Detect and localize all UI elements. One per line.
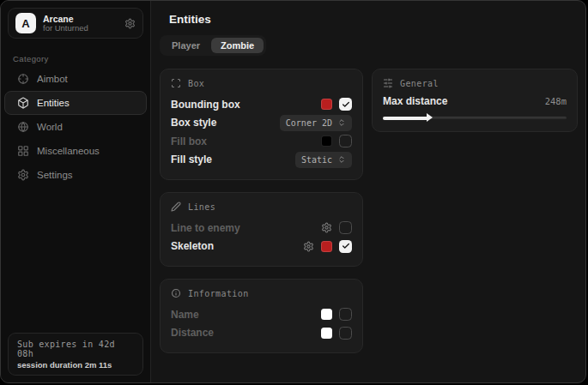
color-swatch[interactable] <box>321 99 332 110</box>
setting-label: Fill box <box>171 135 207 147</box>
setting-label: Name <box>171 309 199 321</box>
setting-row-line-to-enemy: Line to enemy <box>171 219 352 238</box>
app-logo: A <box>15 13 36 33</box>
app-window: A Arcane for Unturned Category Aimbot <box>0 0 586 383</box>
setting-label: Max distance <box>383 95 447 107</box>
lines-card-header: Lines <box>171 202 352 212</box>
gear-icon[interactable] <box>303 241 314 252</box>
setting-label: Box style <box>171 117 216 129</box>
sub-expires-text: Sub expires in 42d 08h <box>17 340 134 358</box>
color-swatch[interactable] <box>321 241 332 252</box>
checkbox-checked[interactable] <box>339 240 352 253</box>
tab-player[interactable]: Player <box>162 38 209 53</box>
sidebar-item-label: Miscellaneous <box>37 146 100 156</box>
sidebar: A Arcane for Unturned Category Aimbot <box>1 1 151 382</box>
general-card-title: General <box>400 79 439 88</box>
row-controls <box>321 98 352 111</box>
information-card: Information Name Distance <box>160 279 363 353</box>
setting-row-name: Name <box>171 305 352 324</box>
chevrons-up-down-icon <box>337 155 346 164</box>
row-controls <box>303 240 352 253</box>
color-swatch[interactable] <box>321 309 332 320</box>
brand-card: A Arcane for Unturned <box>8 8 143 39</box>
tab-zombie[interactable]: Zombie <box>211 38 264 53</box>
setting-row-distance: Distance <box>171 324 352 343</box>
max-distance-value: 248m <box>545 96 567 106</box>
row-controls: Corner 2D <box>280 115 352 131</box>
color-swatch[interactable] <box>321 135 332 147</box>
setting-row-fill-style: Fill style Static <box>171 151 352 170</box>
sidebar-item-label: World <box>37 122 63 132</box>
box-card-title: Box <box>188 79 204 88</box>
sidebar-nav: Aimbot Entities World Miscellaneous <box>1 67 150 187</box>
settings-columns: Box Bounding box Box style <box>160 69 578 353</box>
sidebar-item-entities[interactable]: Entities <box>4 91 147 115</box>
left-column: Box Bounding box Box style <box>160 69 363 353</box>
setting-label: Line to enemy <box>171 222 240 234</box>
checkbox-checked[interactable] <box>339 98 352 111</box>
app-logo-letter: A <box>21 17 29 30</box>
lines-card-title: Lines <box>188 202 215 212</box>
gear-icon <box>17 169 29 181</box>
gear-icon[interactable] <box>321 222 332 233</box>
sidebar-item-miscellaneous[interactable]: Miscellaneous <box>4 139 147 163</box>
pencil-icon <box>171 202 181 212</box>
information-card-header: Information <box>171 288 352 298</box>
checkbox-unchecked[interactable] <box>339 135 352 147</box>
checkbox-unchecked[interactable] <box>339 308 352 321</box>
setting-row-fill-box: Fill box <box>171 132 352 151</box>
brand-text: Arcane for Unturned <box>43 14 118 33</box>
checkbox-unchecked[interactable] <box>339 221 352 234</box>
checkbox-unchecked[interactable] <box>339 327 352 340</box>
general-card-header: General <box>383 78 567 88</box>
check-icon <box>342 100 350 109</box>
setting-label: Fill style <box>171 153 212 165</box>
subscription-card: Sub expires in 42d 08h session duration … <box>8 333 143 376</box>
slider-thumb[interactable] <box>427 113 433 122</box>
globe-icon <box>17 121 29 133</box>
category-label: Category <box>13 54 150 63</box>
setting-row-skeleton: Skeleton <box>171 238 352 256</box>
sidebar-item-aimbot[interactable]: Aimbot <box>4 67 147 91</box>
scan-brackets-icon <box>171 78 181 88</box>
slider-fill <box>383 117 428 120</box>
crosshair-icon <box>17 73 29 85</box>
setting-row-box-style: Box style Corner 2D <box>171 114 352 133</box>
max-distance-slider[interactable] <box>383 114 567 121</box>
cube-icon <box>17 97 29 109</box>
check-icon <box>342 242 350 250</box>
row-controls <box>321 327 352 340</box>
row-controls <box>321 308 352 321</box>
sidebar-item-label: Aimbot <box>37 74 68 84</box>
page-title: Entities <box>169 13 578 26</box>
sidebar-item-world[interactable]: World <box>4 115 147 139</box>
information-card-title: Information <box>188 289 249 298</box>
chevrons-up-down-icon <box>337 118 346 127</box>
sliders-icon <box>383 78 393 88</box>
general-card: General Max distance 248m <box>372 69 578 132</box>
color-swatch[interactable] <box>321 328 332 339</box>
entity-tabs: Player Zombie <box>160 35 266 56</box>
right-column: General Max distance 248m <box>372 69 578 132</box>
box-card: Box Bounding box Box style <box>160 69 363 180</box>
sidebar-item-settings[interactable]: Settings <box>4 163 147 187</box>
row-controls: Static <box>295 152 352 168</box>
row-controls <box>321 135 352 147</box>
setting-label: Bounding box <box>171 99 240 111</box>
fill-style-dropdown[interactable]: Static <box>295 152 352 168</box>
sidebar-item-label: Settings <box>37 170 73 180</box>
brand-name: Arcane <box>43 14 118 24</box>
grid-icon <box>17 145 29 157</box>
setting-row-bounding-box: Bounding box <box>171 95 352 114</box>
dropdown-value: Static <box>301 155 332 165</box>
dropdown-value: Corner 2D <box>286 118 332 128</box>
setting-row-max-distance: Max distance 248m <box>383 95 567 107</box>
main-panel: Entities Player Zombie Box Bounding box <box>151 1 586 382</box>
gear-icon[interactable] <box>124 18 136 29</box>
lines-card: Lines Line to enemy Skeleton <box>160 192 363 267</box>
row-controls <box>321 221 352 234</box>
box-style-dropdown[interactable]: Corner 2D <box>280 115 352 131</box>
sidebar-item-label: Entities <box>37 98 70 108</box>
box-card-header: Box <box>171 78 352 88</box>
session-duration-text: session duration 2m 11s <box>17 360 134 370</box>
